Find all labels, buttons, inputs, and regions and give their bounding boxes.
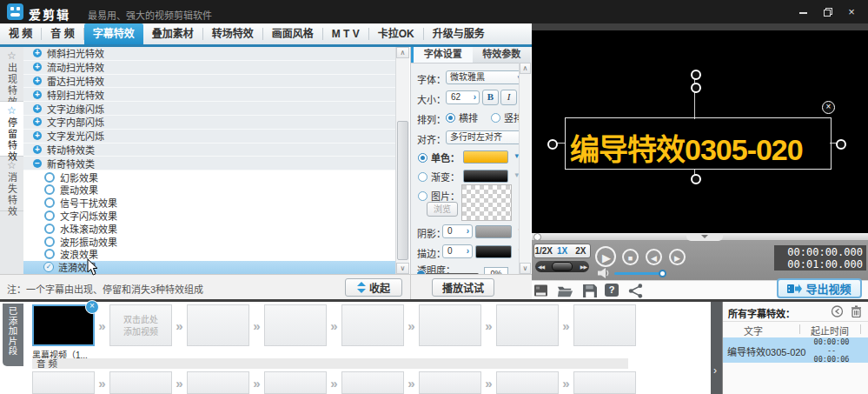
browse-button[interactable]: 浏览 <box>427 202 458 217</box>
empty-video-slot[interactable] <box>419 304 481 346</box>
video-clip-thumbnail[interactable]: × <box>32 304 95 346</box>
effect-category-row[interactable]: +倾斜扫光特效 <box>23 47 395 61</box>
scroll-up-button[interactable]: ∧ <box>520 63 531 74</box>
shuttle-slider[interactable]: ◀◀ ▶▶ <box>535 261 589 272</box>
volume-slider[interactable] <box>614 272 663 275</box>
rotate-handle-2[interactable] <box>691 83 701 93</box>
added-clips-tab[interactable]: 已添加片段 <box>3 304 23 366</box>
stroke-color-swatch[interactable]: ▾ <box>475 245 512 258</box>
share-icon[interactable] <box>627 284 645 298</box>
solid-color-radio[interactable]: 单色： <box>418 150 460 164</box>
expand-icon[interactable]: + <box>33 145 42 154</box>
expand-icon[interactable]: + <box>33 90 42 99</box>
shadow-color-swatch[interactable]: ▾ <box>475 225 512 238</box>
effect-category-row[interactable]: +文字边缘闪烁 <box>23 102 395 116</box>
add-video-slot[interactable]: 双击此处 添加视频 <box>109 304 172 346</box>
tab-disappear-effects[interactable]: ☆ 消失特效 <box>0 157 23 211</box>
empty-audio-slot[interactable] <box>187 371 249 394</box>
empty-audio-slot[interactable] <box>264 371 327 394</box>
open-project-icon[interactable] <box>557 284 574 298</box>
speed-1x[interactable]: 1X <box>553 244 571 257</box>
collapse-button[interactable]: 收起 <box>345 278 402 297</box>
empty-video-slot[interactable] <box>264 304 327 346</box>
tab-effect-params[interactable]: 特效参数 <box>473 47 532 63</box>
restore-button[interactable] <box>816 6 838 18</box>
remove-clip-button[interactable]: × <box>85 300 99 314</box>
effect-item-row[interactable]: 文字闪烁效果 <box>23 210 395 223</box>
delete-overlay-button[interactable]: × <box>822 101 835 114</box>
scroll-down-button[interactable]: ∨ <box>396 263 409 274</box>
tab-audio[interactable]: 音 频 <box>42 23 83 44</box>
empty-video-slot[interactable] <box>573 304 636 346</box>
expand-icon[interactable]: + <box>33 49 42 57</box>
tab-mtv[interactable]: M T V <box>323 23 368 44</box>
new-project-icon[interactable] <box>533 284 551 298</box>
effect-item-row[interactable]: 波形振动效果 <box>23 235 395 248</box>
align-select[interactable]: 多行时左对齐▾ <box>446 130 526 144</box>
stroke-stepper[interactable]: 0› <box>442 244 473 258</box>
prev-frame-button[interactable]: ◀ <box>646 249 662 265</box>
right-handle[interactable] <box>836 139 846 150</box>
arrange-horizontal-radio[interactable]: 横排 <box>446 110 478 124</box>
empty-audio-slot[interactable] <box>419 371 481 394</box>
tab-video[interactable]: 视 频 <box>0 23 41 44</box>
tab-transitions[interactable]: 转场特效 <box>203 23 262 44</box>
empty-audio-slot[interactable] <box>109 371 172 394</box>
speed-2x[interactable]: 2X <box>572 244 590 257</box>
save-project-icon[interactable] <box>581 284 599 298</box>
effect-item-row[interactable]: 信号干扰效果 <box>23 197 395 210</box>
gradient-swatch[interactable]: ▾ <box>463 170 508 183</box>
close-button[interactable]: × <box>840 6 863 18</box>
scroll-down-button[interactable]: ∨ <box>520 263 531 274</box>
tab-upgrade-services[interactable]: 升级与服务 <box>424 23 494 44</box>
effect-item-row[interactable]: 波浪效果 <box>23 248 395 261</box>
shuttle-knob[interactable] <box>552 262 573 271</box>
overlay-text[interactable]: 编导特效0305-020 <box>570 126 803 169</box>
volume-icon[interactable] <box>598 268 610 278</box>
expand-icon[interactable]: + <box>33 117 42 126</box>
tab-karaoke[interactable]: 卡拉OK <box>369 23 423 44</box>
italic-button[interactable]: I <box>500 90 517 105</box>
undo-icon[interactable] <box>831 305 844 317</box>
playhead-knob[interactable] <box>533 233 541 241</box>
bottom-handle[interactable] <box>691 174 701 184</box>
effect-item-row[interactable]: 震动效果 <box>23 184 395 197</box>
expand-icon[interactable]: + <box>33 131 42 140</box>
empty-video-slot[interactable] <box>341 304 404 346</box>
minimize-button[interactable] <box>792 6 814 18</box>
effect-category-row[interactable]: +雷达扫光特效 <box>23 75 395 89</box>
rotate-handle[interactable] <box>691 70 701 80</box>
help-icon[interactable]: ? <box>605 284 619 297</box>
font-panel-scrollbar[interactable]: ∧ ∨ <box>519 63 531 274</box>
effect-category-row[interactable]: +转动特效类 <box>23 144 395 157</box>
scroll-up-button[interactable]: ∧ <box>396 47 409 58</box>
empty-audio-slot[interactable] <box>496 371 559 394</box>
image-fill-radio[interactable]: 图片： <box>418 189 460 203</box>
trash-icon[interactable] <box>850 305 863 317</box>
play-button[interactable]: ▶ <box>595 246 616 267</box>
export-video-button[interactable]: 导出视频 <box>777 278 862 298</box>
subtitle-row-selected[interactable]: 编导特效0305-020 00:00:00 -- 00:00:06 <box>723 337 868 363</box>
solid-color-swatch[interactable]: ▾ <box>463 150 508 164</box>
effect-category-row[interactable]: −新奇特效类 <box>23 157 395 170</box>
left-handle[interactable] <box>547 139 558 150</box>
effect-item-row[interactable]: 水珠滚动效果 <box>23 222 395 235</box>
effect-category-row[interactable]: +流动扫光特效 <box>23 61 395 75</box>
tab-stay-effects[interactable]: ☆ 停留特效 <box>0 102 23 157</box>
effect-category-row[interactable]: +文字内部闪烁 <box>23 116 395 130</box>
subtitle-panel-toggle[interactable]: › <box>711 302 722 394</box>
volume-knob[interactable] <box>659 270 666 277</box>
gradient-radio[interactable]: 渐变： <box>418 170 460 184</box>
expand-icon[interactable]: + <box>33 77 42 85</box>
empty-video-slot[interactable] <box>496 304 559 346</box>
effect-category-row[interactable]: +特别扫光特效 <box>23 88 395 102</box>
effect-item-row-selected[interactable]: ✓涟漪效果 <box>23 261 395 274</box>
tab-font-settings[interactable]: 字体设置 <box>411 47 473 63</box>
empty-audio-slot[interactable] <box>573 371 636 394</box>
tab-subtitle-effects[interactable]: 字幕特效 <box>84 23 143 44</box>
font-family-select[interactable]: 微软雅黑▾ <box>446 70 524 84</box>
video-preview[interactable]: 编导特效0305-020 × <box>532 23 868 233</box>
expand-icon[interactable]: − <box>33 159 42 168</box>
tab-appear-effects[interactable]: ☆ 出现特效 <box>0 47 23 102</box>
effects-scrollbar[interactable]: ∧ ∨ <box>395 47 409 274</box>
